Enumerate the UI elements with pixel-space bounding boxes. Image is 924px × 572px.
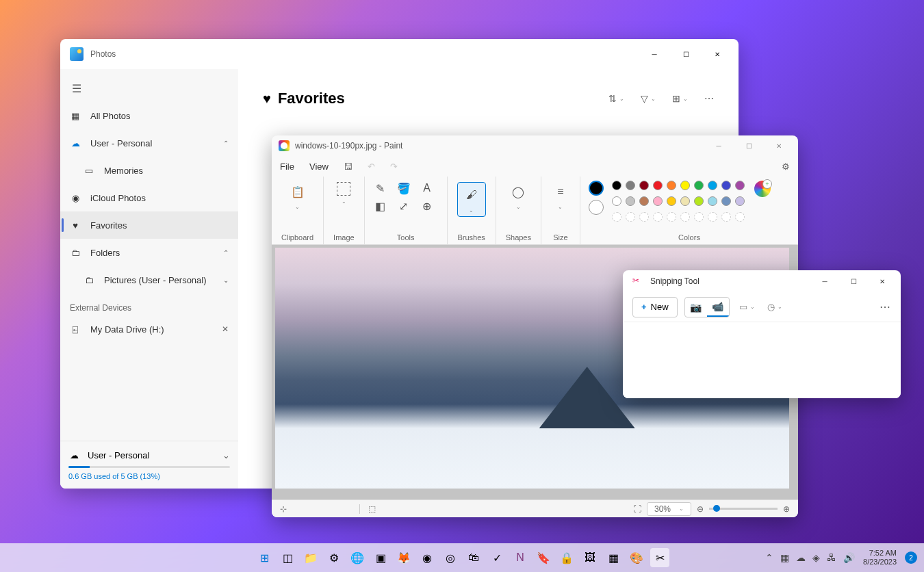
- color-swatch[interactable]: [626, 181, 635, 190]
- chevron-up-icon[interactable]: ⌃: [223, 140, 229, 147]
- sidebar-item-pictures-folder[interactable]: 🗀 Pictures (User - Personal) ⌄: [60, 266, 238, 294]
- zoom-out-button[interactable]: ⊖: [697, 504, 704, 514]
- chevron-down-icon[interactable]: ⌄: [469, 207, 474, 213]
- snip-more-button[interactable]: ⋯: [880, 300, 891, 313]
- snip-shape-button[interactable]: ▭⌄: [736, 302, 758, 312]
- color-swatch[interactable]: [667, 196, 676, 206]
- chevron-down-icon[interactable]: ⌄: [222, 450, 230, 460]
- snip-delay-button[interactable]: ◷⌄: [765, 302, 785, 312]
- color-swatch[interactable]: [694, 212, 704, 222]
- color-swatch[interactable]: [653, 196, 663, 206]
- security-icon[interactable]: 🔒: [557, 548, 576, 567]
- pencil-icon[interactable]: ✎: [374, 182, 387, 194]
- zoom-in-button[interactable]: ⊕: [783, 504, 790, 514]
- shapes-icon[interactable]: ◯: [509, 182, 528, 201]
- chevron-down-icon[interactable]: ⌄: [223, 276, 229, 284]
- snip-taskbar-icon[interactable]: ✂: [650, 548, 669, 567]
- video-mode-button[interactable]: 📹: [707, 298, 729, 317]
- new-snip-button[interactable]: + New: [632, 297, 678, 317]
- select-icon[interactable]: [337, 182, 350, 196]
- paint-taskbar-icon[interactable]: 🎨: [627, 548, 646, 567]
- color-swatch[interactable]: [612, 181, 621, 190]
- sidebar-item-memories[interactable]: ▭ Memories: [60, 157, 238, 184]
- size-icon[interactable]: ≡: [551, 182, 570, 201]
- minimize-button[interactable]: ─: [810, 272, 839, 291]
- task-view-button[interactable]: ◫: [278, 548, 297, 567]
- onenote-icon[interactable]: N: [511, 548, 530, 567]
- volume-icon[interactable]: 🔊: [843, 552, 855, 563]
- color-swatch[interactable]: [639, 212, 649, 222]
- close-button[interactable]: ✕: [702, 43, 733, 65]
- sidebar-item-folders[interactable]: 🗀 Folders ⌃: [60, 239, 238, 266]
- maximize-button[interactable]: ☐: [670, 43, 702, 65]
- color-swatch[interactable]: [667, 212, 676, 222]
- color-swatch[interactable]: [708, 196, 717, 206]
- menu-view[interactable]: View: [309, 161, 329, 172]
- color-swatch[interactable]: [680, 196, 690, 206]
- zoom-dropdown[interactable]: 30% ⌄: [647, 502, 691, 516]
- brush-icon[interactable]: 🖌: [462, 185, 481, 205]
- settings-button[interactable]: ⚙: [782, 161, 790, 172]
- maximize-button[interactable]: ☐: [839, 272, 868, 291]
- view-button[interactable]: ⊞⌄: [672, 93, 688, 104]
- color-swatch[interactable]: [626, 212, 635, 222]
- minimize-button[interactable]: ─: [639, 43, 670, 65]
- tray-chevron-icon[interactable]: ⌃: [765, 552, 773, 563]
- eject-icon[interactable]: ✕: [222, 324, 229, 334]
- fill-icon[interactable]: 🪣: [398, 182, 410, 194]
- close-button[interactable]: ✕: [868, 272, 897, 291]
- magnifier-icon[interactable]: ⊕: [421, 200, 433, 212]
- clock[interactable]: 7:52 AM 8/23/2023: [863, 549, 897, 567]
- zoom-slider[interactable]: [709, 508, 778, 510]
- close-button[interactable]: ✕: [764, 136, 794, 155]
- storage-panel[interactable]: ☁ User - Personal ⌄ 0.6 GB used of 5 GB …: [60, 441, 238, 489]
- color-swatch[interactable]: [735, 196, 745, 206]
- filter-button[interactable]: ▽⌄: [641, 93, 656, 104]
- color-swatch[interactable]: [639, 181, 649, 190]
- fit-icon[interactable]: ⛶: [633, 504, 641, 514]
- settings-icon[interactable]: ⚙: [324, 548, 344, 567]
- start-button[interactable]: ⊞: [255, 548, 274, 567]
- tray-app-icon[interactable]: ◈: [812, 552, 820, 563]
- color-swatch[interactable]: [708, 181, 717, 190]
- app-icon[interactable]: ▦: [604, 548, 623, 567]
- edit-colors-button[interactable]: [754, 181, 771, 197]
- sort-button[interactable]: ⇅⌄: [608, 93, 624, 104]
- color-swatch[interactable]: [612, 196, 621, 206]
- undo-button[interactable]: ↶: [368, 161, 375, 172]
- chevron-down-icon[interactable]: ⌄: [295, 204, 300, 210]
- color-swatch[interactable]: [721, 181, 731, 190]
- chevron-down-icon[interactable]: ⌄: [516, 204, 521, 210]
- chrome-icon[interactable]: ◉: [418, 548, 437, 567]
- onedrive-tray-icon[interactable]: ☁: [796, 552, 806, 563]
- hamburger-button[interactable]: ☰: [68, 80, 85, 96]
- color-swatch[interactable]: [626, 196, 635, 206]
- network-icon[interactable]: 🖧: [827, 552, 836, 563]
- sidebar-item-icloud[interactable]: ◉ iCloud Photos: [60, 184, 238, 211]
- color-1-swatch[interactable]: [589, 181, 604, 196]
- edge-icon[interactable]: 🌐: [348, 548, 367, 567]
- tray-app-icon[interactable]: ▦: [780, 552, 789, 563]
- photos-taskbar-icon[interactable]: 🖼: [580, 548, 600, 567]
- menu-file[interactable]: File: [280, 161, 294, 172]
- color-2-swatch[interactable]: [589, 200, 604, 215]
- eraser-icon[interactable]: ◧: [374, 200, 387, 212]
- firefox-icon[interactable]: 🦊: [394, 548, 413, 567]
- chevron-down-icon[interactable]: ⌄: [558, 204, 563, 210]
- color-swatch[interactable]: [735, 181, 745, 190]
- eyedropper-icon[interactable]: ⤢: [398, 200, 410, 212]
- color-swatch[interactable]: [639, 196, 649, 206]
- redo-button[interactable]: ↷: [390, 161, 398, 172]
- maximize-button[interactable]: ☐: [734, 136, 764, 155]
- color-swatch[interactable]: [694, 196, 704, 206]
- color-swatch[interactable]: [680, 181, 690, 190]
- color-swatch[interactable]: [612, 212, 621, 222]
- color-swatch[interactable]: [653, 212, 663, 222]
- minimize-button[interactable]: ─: [704, 136, 734, 155]
- app-icon[interactable]: 🔖: [534, 548, 553, 567]
- terminal-icon[interactable]: ▣: [371, 548, 390, 567]
- color-swatch[interactable]: [667, 181, 676, 190]
- color-swatch[interactable]: [680, 212, 690, 222]
- photo-mode-button[interactable]: 📷: [685, 298, 707, 317]
- app-icon[interactable]: ◎: [441, 548, 460, 567]
